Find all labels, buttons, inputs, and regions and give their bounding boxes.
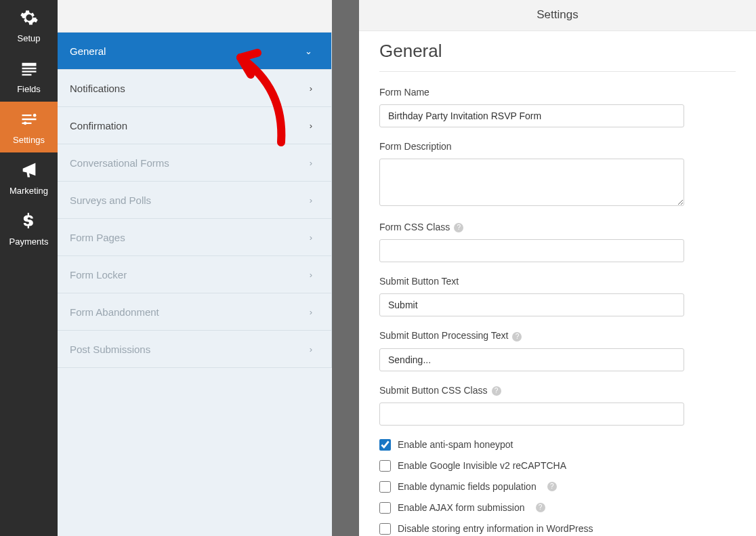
nav-settings[interactable]: Settings xyxy=(0,102,58,152)
settings-item-label: General xyxy=(70,45,106,57)
checkbox[interactable] xyxy=(379,439,391,451)
settings-item-notifications[interactable]: Notifications› xyxy=(58,70,331,107)
settings-item-label: Form Locker xyxy=(70,269,127,281)
settings-item-confirmation[interactable]: Confirmation› xyxy=(58,107,331,144)
check-row: Disable storing entry information in Wor… xyxy=(379,523,736,535)
setup-icon xyxy=(20,8,39,29)
submit-proc-field: Submit Button Processing Text? xyxy=(379,330,736,371)
submit-css-label: Submit Button CSS Class? xyxy=(379,385,736,396)
checkbox-list: Enable anti-spam honeypotEnable Google I… xyxy=(379,439,736,535)
payments-icon xyxy=(20,211,39,232)
submit-css-input[interactable] xyxy=(379,403,684,426)
chevron-right-icon: › xyxy=(310,344,312,354)
nav-payments[interactable]: Payments xyxy=(0,203,58,254)
content-header: Settings xyxy=(359,0,756,31)
chevron-right-icon: › xyxy=(310,232,312,243)
submit-proc-label: Submit Button Processing Text? xyxy=(379,330,736,341)
form-name-field: Form Name xyxy=(379,87,736,127)
chevron-down-icon: ⌄ xyxy=(305,46,312,56)
settings-sidebar: General⌄Notifications›Confirmation›Conve… xyxy=(58,0,332,536)
check-row: Enable Google Invisible v2 reCAPTCHA xyxy=(379,460,736,472)
nav-label: Setup xyxy=(18,33,41,43)
help-icon[interactable]: ? xyxy=(454,223,463,232)
settings-sidebar-header xyxy=(58,0,332,33)
svg-point-0 xyxy=(33,113,36,117)
marketing-icon xyxy=(20,161,39,182)
page-title: General xyxy=(379,41,736,72)
checkbox-label: Disable storing entry information in Wor… xyxy=(398,523,593,534)
settings-item-label: Form Abandonment xyxy=(70,306,159,318)
content-area: General Form Name Form Description Form … xyxy=(359,31,756,536)
settings-item-conversational-forms[interactable]: Conversational Forms› xyxy=(58,144,331,182)
check-row: Enable dynamic fields population? xyxy=(379,481,736,493)
settings-item-label: Conversational Forms xyxy=(70,157,169,169)
nav-label: Settings xyxy=(13,135,45,145)
nav-fields[interactable]: Fields xyxy=(0,51,58,102)
form-name-input[interactable] xyxy=(379,104,684,127)
checkbox-label: Enable AJAX form submission xyxy=(398,502,525,513)
settings-item-label: Notifications xyxy=(70,83,125,94)
header-title: Settings xyxy=(537,8,578,22)
settings-item-surveys-and-polls[interactable]: Surveys and Polls› xyxy=(58,182,331,219)
chevron-right-icon: › xyxy=(310,83,312,94)
help-icon[interactable]: ? xyxy=(492,386,501,396)
nav-label: Marketing xyxy=(9,186,48,196)
settings-item-form-abandonment[interactable]: Form Abandonment› xyxy=(58,293,331,331)
checkbox[interactable] xyxy=(379,481,391,493)
form-desc-label: Form Description xyxy=(379,141,736,152)
nav-label: Payments xyxy=(9,236,49,247)
svg-point-1 xyxy=(23,121,26,125)
settings-item-label: Confirmation xyxy=(70,120,127,131)
submit-text-label: Submit Button Text xyxy=(379,276,736,287)
checkbox[interactable] xyxy=(379,502,391,514)
settings-item-form-locker[interactable]: Form Locker› xyxy=(58,256,331,293)
checkbox-label: Enable dynamic fields population xyxy=(398,481,537,492)
submit-css-field: Submit Button CSS Class? xyxy=(379,385,736,426)
divider-column xyxy=(332,0,359,536)
left-nav: SetupFieldsSettingsMarketingPayments xyxy=(0,0,58,536)
check-row: Enable AJAX form submission? xyxy=(379,502,736,514)
help-icon[interactable]: ? xyxy=(536,503,545,512)
settings-item-form-pages[interactable]: Form Pages› xyxy=(58,219,331,256)
submit-proc-input[interactable] xyxy=(379,348,684,371)
fields-icon xyxy=(20,59,39,80)
chevron-right-icon: › xyxy=(310,121,312,131)
form-css-field: Form CSS Class? xyxy=(379,222,736,262)
checkbox[interactable] xyxy=(379,460,391,472)
help-icon[interactable]: ? xyxy=(512,332,522,342)
nav-label: Fields xyxy=(17,84,41,94)
help-icon[interactable]: ? xyxy=(547,482,557,491)
chevron-right-icon: › xyxy=(310,307,312,317)
form-css-label: Form CSS Class? xyxy=(379,222,736,232)
form-desc-field: Form Description xyxy=(379,141,736,208)
checkbox-label: Enable anti-spam honeypot xyxy=(398,439,513,450)
check-row: Enable anti-spam honeypot xyxy=(379,439,736,451)
form-css-input[interactable] xyxy=(379,239,684,262)
nav-marketing[interactable]: Marketing xyxy=(0,152,58,203)
settings-item-label: Surveys and Polls xyxy=(70,194,151,206)
checkbox-label: Enable Google Invisible v2 reCAPTCHA xyxy=(398,460,566,471)
settings-item-label: Form Pages xyxy=(70,232,125,243)
nav-setup[interactable]: Setup xyxy=(0,0,58,51)
submit-text-input[interactable] xyxy=(379,293,684,316)
settings-list: General⌄Notifications›Confirmation›Conve… xyxy=(58,33,332,368)
settings-item-general[interactable]: General⌄ xyxy=(58,33,331,70)
checkbox[interactable] xyxy=(379,523,391,535)
settings-item-label: Post Submissions xyxy=(70,344,150,355)
content-column: Settings General Form Name Form Descript… xyxy=(359,0,756,536)
settings-icon xyxy=(20,110,39,131)
chevron-right-icon: › xyxy=(310,270,312,280)
settings-item-post-submissions[interactable]: Post Submissions› xyxy=(58,331,331,368)
form-desc-input[interactable] xyxy=(379,159,684,206)
submit-text-field: Submit Button Text xyxy=(379,276,736,316)
form-name-label: Form Name xyxy=(379,87,736,98)
chevron-right-icon: › xyxy=(310,158,312,168)
chevron-right-icon: › xyxy=(310,195,312,205)
